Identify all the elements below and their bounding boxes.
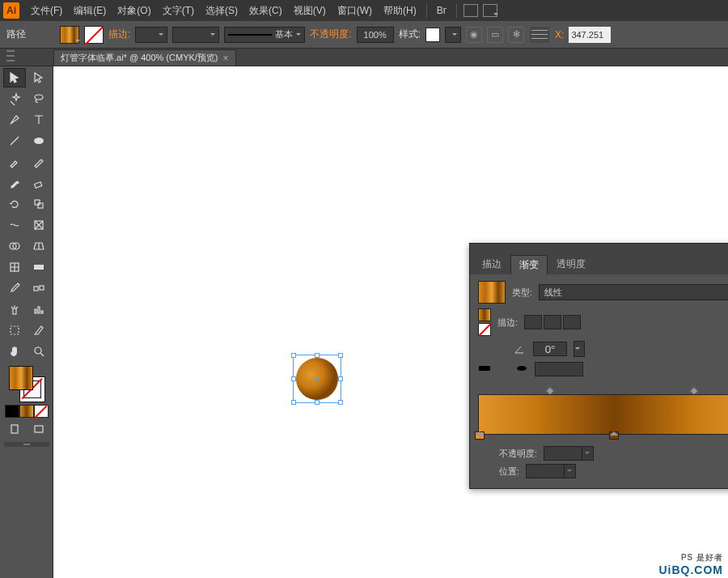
scale-tool[interactable] [28, 194, 50, 214]
ellipse-tool[interactable] [28, 131, 50, 151]
menu-view[interactable]: 视图(V) [289, 2, 331, 20]
free-transform-tool[interactable] [28, 215, 50, 235]
resize-handle[interactable] [315, 400, 320, 405]
stroke-weight-dropdown[interactable] [135, 27, 167, 43]
fill-stroke-indicator[interactable] [9, 366, 44, 402]
aspect-ratio-field[interactable] [535, 362, 583, 376]
reverse-gradient-icon[interactable] [478, 363, 491, 375]
rotate-tool[interactable] [3, 194, 26, 214]
menu-edit[interactable]: 编辑(E) [69, 2, 111, 20]
panel-tab-stroke[interactable]: 描边 [473, 254, 510, 274]
recolor-icon[interactable]: ◉ [466, 27, 482, 43]
angle-dropdown[interactable] [574, 341, 585, 357]
direct-selection-tool[interactable] [28, 68, 50, 87]
stop-opacity-label: 不透明度: [499, 448, 537, 460]
fill-swatch[interactable] [60, 26, 79, 44]
align-panel-icon[interactable] [529, 26, 550, 44]
magic-wand-tool[interactable] [3, 89, 26, 108]
gradient-tool[interactable] [28, 257, 50, 277]
coord-x-value[interactable]: 347.251 [569, 27, 611, 43]
paintbrush-tool[interactable] [3, 152, 26, 172]
hand-tool[interactable] [3, 342, 26, 361]
svg-rect-15 [41, 311, 43, 313]
graphic-style-swatch[interactable] [425, 28, 440, 42]
panel-tab-transparency[interactable]: 透明度 [548, 254, 595, 274]
stop-opacity-dropdown[interactable] [582, 446, 594, 461]
menu-help[interactable]: 帮助(H) [379, 2, 421, 20]
zoom-tool[interactable] [28, 342, 50, 361]
color-mode-none[interactable] [34, 405, 49, 418]
artboard-tool[interactable] [3, 321, 26, 340]
resize-handle[interactable] [338, 376, 343, 381]
menu-type[interactable]: 文字(T) [158, 2, 199, 20]
gradient-preview-swatch[interactable] [478, 281, 506, 304]
selection-tool[interactable] [3, 68, 26, 87]
blob-brush-tool[interactable] [3, 173, 26, 193]
gradient-stop[interactable] [609, 431, 619, 443]
slice-tool[interactable] [28, 321, 50, 340]
gradient-ramp[interactable] [478, 394, 728, 435]
stroke-profile-dropdown[interactable] [172, 27, 219, 43]
resize-handle[interactable] [315, 353, 320, 358]
selected-ellipse-object[interactable] [296, 358, 338, 400]
lasso-tool[interactable] [28, 89, 50, 108]
opacity-input[interactable] [357, 27, 394, 43]
canvas[interactable]: ◂◂ × 描边 渐变 透明度 ▾≡ 类型: 线性 [53, 66, 728, 578]
screen-mode-icon[interactable] [28, 421, 50, 437]
gradient-type-dropdown[interactable]: 线性 [539, 284, 728, 300]
brush-dropdown[interactable]: 基本 [224, 27, 305, 43]
width-tool[interactable] [3, 215, 26, 235]
stroke-grad-along-icon[interactable] [544, 315, 561, 329]
style-dropdown[interactable] [445, 27, 461, 43]
color-mode-row [5, 405, 49, 418]
gradient-stop[interactable] [475, 431, 485, 443]
eraser-tool[interactable] [28, 173, 50, 193]
pen-tool[interactable] [3, 110, 26, 130]
tabstrip-grip-icon[interactable] [6, 50, 15, 62]
type-tool[interactable] [28, 110, 50, 130]
menu-file[interactable]: 文件(F) [26, 2, 67, 20]
document-tab[interactable]: 灯管字体临摹.ai* @ 400% (CMYK/预览) × [53, 49, 236, 66]
column-graph-tool[interactable] [28, 300, 50, 319]
stroke-mini-swatch[interactable] [478, 323, 491, 336]
pencil-tool[interactable] [28, 152, 50, 172]
fill-mini-swatch[interactable] [478, 308, 491, 321]
tool-panel-collapse-icon[interactable] [4, 442, 49, 447]
shape-builder-tool[interactable] [3, 236, 26, 256]
stop-opacity-input[interactable] [544, 446, 582, 461]
eyedropper-tool[interactable] [3, 278, 26, 298]
menu-object[interactable]: 对象(O) [112, 2, 155, 20]
blend-tool[interactable] [28, 278, 50, 298]
arrange-docs-dropdown-icon[interactable] [483, 4, 497, 17]
close-tab-icon[interactable]: × [223, 53, 229, 64]
document-tabstrip: 灯管字体临摹.ai* @ 400% (CMYK/预览) × [0, 49, 728, 66]
stop-location-input[interactable] [526, 464, 565, 478]
menu-effect[interactable]: 效果(C) [244, 2, 287, 20]
gradient-editor[interactable]: 🗑 [478, 385, 728, 441]
stroke-swatch[interactable] [84, 26, 104, 44]
menu-window[interactable]: 窗口(W) [332, 2, 377, 20]
menu-select[interactable]: 选择(S) [201, 2, 243, 20]
color-mode-gradient[interactable] [19, 405, 34, 418]
resize-handle[interactable] [291, 353, 296, 358]
resize-handle[interactable] [291, 376, 296, 381]
fill-indicator[interactable] [9, 366, 33, 390]
stroke-grad-across-icon[interactable] [563, 315, 581, 329]
stop-location-dropdown[interactable] [565, 464, 576, 478]
prefs-icon[interactable]: ✻ [508, 27, 524, 43]
color-mode-solid[interactable] [5, 405, 19, 418]
doc-setup-icon[interactable]: ▭ [487, 27, 503, 43]
panel-tab-gradient[interactable]: 渐变 [510, 255, 548, 275]
mesh-tool[interactable] [3, 257, 26, 277]
resize-handle[interactable] [291, 400, 296, 405]
draw-mode-icon[interactable] [3, 421, 26, 437]
arrange-docs-icon[interactable] [463, 4, 478, 17]
perspective-grid-tool[interactable] [28, 236, 50, 256]
angle-input[interactable] [533, 342, 567, 356]
resize-handle[interactable] [338, 353, 343, 358]
resize-handle[interactable] [338, 400, 343, 405]
stroke-grad-within-icon[interactable] [524, 315, 542, 329]
symbol-sprayer-tool[interactable] [3, 300, 26, 319]
line-tool[interactable] [3, 131, 26, 151]
bridge-button[interactable]: Br [432, 2, 451, 19]
